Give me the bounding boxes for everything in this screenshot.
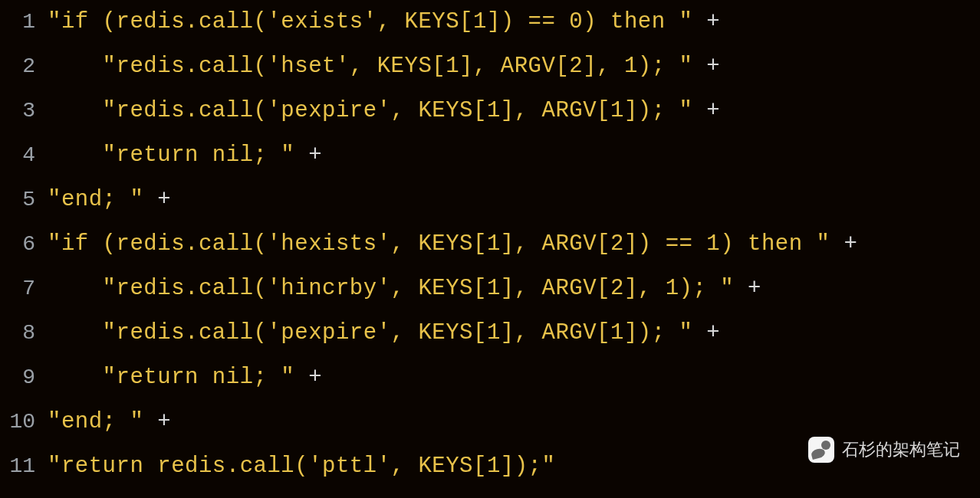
line-number: 10 <box>0 410 48 434</box>
code-line: 7 "redis.call('hincrby', KEYS[1], ARGV[2… <box>0 276 980 320</box>
code-line: 1 "if (redis.call('exists', KEYS[1]) == … <box>0 9 980 54</box>
line-number: 9 <box>0 365 48 389</box>
code-line: 5 "end; " + <box>0 187 980 231</box>
code-line: 4 "return nil; " + <box>0 143 980 187</box>
code-text: "return redis.call('pttl', KEYS[1]);" <box>48 454 555 479</box>
code-line: 8 "redis.call('pexpire', KEYS[1], ARGV[1… <box>0 320 980 365</box>
watermark-text: 石杉的架构笔记 <box>842 438 960 461</box>
code-text: "redis.call('pexpire', KEYS[1], ARGV[1])… <box>48 320 720 346</box>
code-text: "if (redis.call('exists', KEYS[1]) == 0)… <box>48 9 720 34</box>
code-editor: 1 "if (redis.call('exists', KEYS[1]) == … <box>0 0 980 498</box>
line-number: 7 <box>0 277 48 300</box>
code-text: "redis.call('pexpire', KEYS[1], ARGV[1])… <box>48 98 720 123</box>
code-text: "redis.call('hset', KEYS[1], ARGV[2], 1)… <box>48 54 720 79</box>
code-line: 9 "return nil; " + <box>0 365 980 409</box>
code-text: "end; " + <box>48 187 171 212</box>
code-text: "return nil; " + <box>48 365 322 390</box>
code-text: "return nil; " + <box>48 143 322 168</box>
code-line: 3 "redis.call('pexpire', KEYS[1], ARGV[1… <box>0 98 980 143</box>
code-line: 2 "redis.call('hset', KEYS[1], ARGV[2], … <box>0 54 980 98</box>
code-text: "if (redis.call('hexists', KEYS[1], ARGV… <box>48 231 857 257</box>
line-number: 6 <box>0 232 48 256</box>
line-number: 2 <box>0 54 48 78</box>
code-text: "redis.call('hincrby', KEYS[1], ARGV[2],… <box>48 276 761 301</box>
line-number: 3 <box>0 99 48 123</box>
watermark: 石杉的架构笔记 <box>808 437 960 463</box>
line-number: 4 <box>0 143 48 167</box>
line-number: 8 <box>0 321 48 345</box>
code-line: 6 "if (redis.call('hexists', KEYS[1], AR… <box>0 231 980 276</box>
code-text: "end; " + <box>48 409 171 434</box>
line-number: 1 <box>0 10 48 34</box>
line-number: 5 <box>0 188 48 211</box>
line-number: 11 <box>0 454 48 478</box>
wechat-icon <box>808 437 834 463</box>
